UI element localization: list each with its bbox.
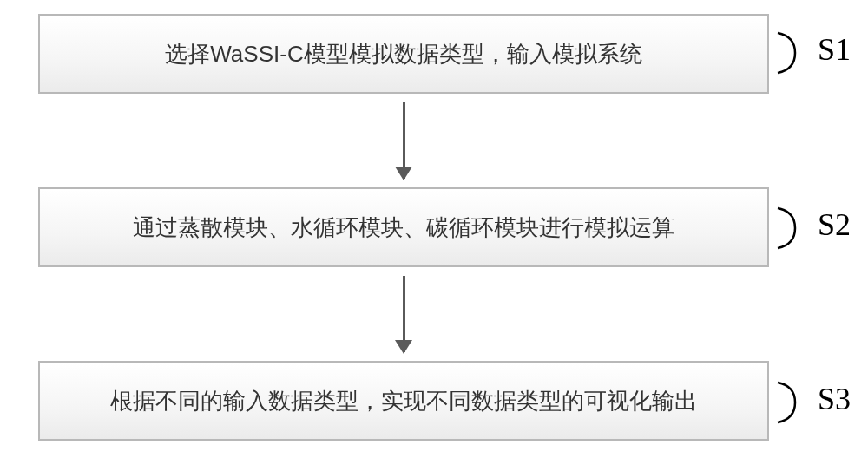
arrow-gap-2 <box>36 267 771 361</box>
step-text-s2: 通过蒸散模块、水循环模块、碳循环模块进行模拟运算 <box>133 213 674 243</box>
arrow-down-icon <box>403 276 405 352</box>
step-text-s3: 根据不同的输入数据类型，实现不同数据类型的可视化输出 <box>110 386 697 416</box>
step-text-s1: 选择WaSSI-C模型模拟数据类型，输入模拟系统 <box>165 39 641 69</box>
step-box-s1: 选择WaSSI-C模型模拟数据类型，输入模拟系统 <box>38 14 769 94</box>
step-label-s2: S2 <box>818 206 851 243</box>
step-label-s3: S3 <box>818 381 851 417</box>
step-label-s1: S1 <box>818 31 851 68</box>
arrow-down-icon <box>403 102 405 179</box>
bracket-icon <box>776 381 811 424</box>
flowchart-container: 选择WaSSI-C模型模拟数据类型，输入模拟系统 通过蒸散模块、水循环模块、碳循… <box>36 14 771 444</box>
step-box-s2: 通过蒸散模块、水循环模块、碳循环模块进行模拟运算 <box>38 187 769 267</box>
bracket-icon <box>776 31 811 75</box>
bracket-icon <box>776 206 811 250</box>
arrow-gap-1 <box>36 94 771 187</box>
step-box-s3: 根据不同的输入数据类型，实现不同数据类型的可视化输出 <box>38 361 769 441</box>
